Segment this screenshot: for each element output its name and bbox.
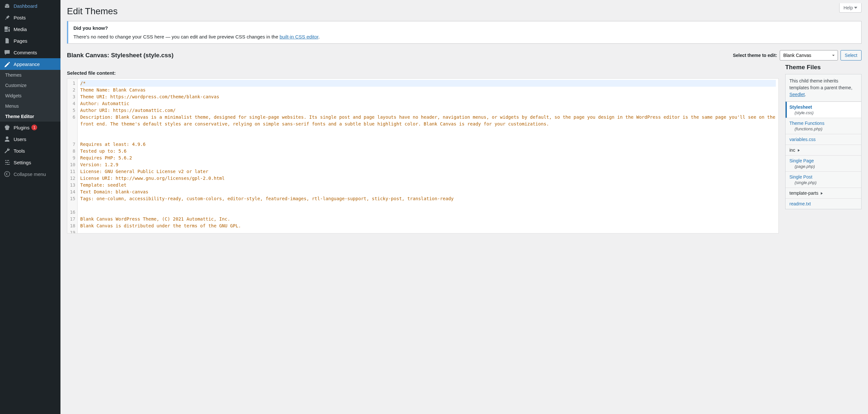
sidebar-label-plugins: Plugins xyxy=(13,125,29,130)
collapse-label: Collapse menu xyxy=(13,171,46,177)
sidebar-label-settings: Settings xyxy=(13,160,31,165)
submenu-menus[interactable]: Menus xyxy=(0,101,60,111)
svg-point-0 xyxy=(4,171,10,177)
sidebar-item-tools[interactable]: Tools xyxy=(0,145,60,156)
comments-icon xyxy=(4,49,10,56)
appearance-submenu: Themes Customize Widgets Menus Theme Edi… xyxy=(0,70,60,122)
sidebar-item-media[interactable]: Media xyxy=(0,23,60,35)
tools-icon xyxy=(4,147,10,154)
theme-select-label: Select theme to edit: xyxy=(733,53,777,58)
info-notice: Did you know? There's no need to change … xyxy=(67,21,862,44)
file-entry[interactable]: Theme Functions(functions.php) xyxy=(785,118,861,134)
help-tab[interactable]: Help xyxy=(839,3,862,12)
sidebar-label-users: Users xyxy=(13,137,26,142)
collapse-menu[interactable]: Collapse menu xyxy=(0,168,60,180)
submenu-widgets[interactable]: Widgets xyxy=(0,91,60,101)
file-entry[interactable]: template-parts xyxy=(785,187,861,198)
content-label: Selected file content: xyxy=(67,70,779,76)
users-icon xyxy=(4,136,10,142)
dashboard-icon xyxy=(4,3,10,9)
code-lines[interactable]: /*Theme Name: Blank CanvasTheme URI: htt… xyxy=(78,79,778,233)
sidebar-item-plugins[interactable]: Plugins 1 xyxy=(0,122,60,133)
parent-theme-link[interactable]: Seedlet xyxy=(789,92,805,97)
sidebar-label-posts: Posts xyxy=(13,15,26,20)
inherit-before: This child theme inherits templates from… xyxy=(789,78,852,90)
sidebar-item-comments[interactable]: Comments xyxy=(0,47,60,58)
appearance-icon xyxy=(4,61,10,67)
sidebar-label-tools: Tools xyxy=(13,148,25,154)
sidebar-item-settings[interactable]: Settings xyxy=(0,156,60,168)
main-content: Help Edit Themes Did you know? There's n… xyxy=(60,0,868,414)
file-list: Stylesheet(style.css)Theme Functions(fun… xyxy=(785,101,861,209)
settings-icon xyxy=(4,159,10,166)
inherit-after: . xyxy=(805,92,806,97)
submenu-theme-editor[interactable]: Theme Editor xyxy=(0,111,60,122)
sidebar-item-users[interactable]: Users xyxy=(0,133,60,145)
caret-right-icon xyxy=(798,149,800,152)
sidebar-label-media: Media xyxy=(13,27,27,32)
sidebar-label-appearance: Appearance xyxy=(13,61,40,67)
sidebar-label-dashboard: Dashboard xyxy=(13,3,37,9)
file-entry[interactable]: variables.css xyxy=(785,134,861,145)
help-label: Help xyxy=(843,5,853,10)
theme-files-title: Theme Files xyxy=(785,64,862,71)
pages-icon xyxy=(4,37,10,44)
file-entry[interactable]: inc xyxy=(785,145,861,155)
file-entry[interactable]: readme.txt xyxy=(785,198,861,209)
sidebar-item-appearance[interactable]: Appearance xyxy=(0,58,60,70)
css-editor-link[interactable]: built-in CSS editor xyxy=(279,34,318,39)
select-button[interactable]: Select xyxy=(840,50,862,60)
notice-title: Did you know? xyxy=(73,25,108,31)
theme-select[interactable]: Blank Canvas xyxy=(780,50,838,60)
line-gutter: 12345678910111213141516171819 xyxy=(67,79,78,233)
submenu-themes[interactable]: Themes xyxy=(0,70,60,80)
media-icon xyxy=(4,26,10,32)
pin-icon xyxy=(4,14,10,21)
file-heading: Blank Canvas: Stylesheet (style.css) xyxy=(67,52,174,59)
file-entry[interactable]: Stylesheet(style.css) xyxy=(785,101,861,118)
code-editor[interactable]: 12345678910111213141516171819 /*Theme Na… xyxy=(67,78,779,234)
caret-down-icon xyxy=(854,7,857,9)
sidebar-label-comments: Comments xyxy=(13,50,37,55)
caret-right-icon xyxy=(821,192,823,195)
plugins-icon xyxy=(4,124,10,131)
collapse-icon xyxy=(4,171,10,177)
submenu-customize[interactable]: Customize xyxy=(0,80,60,91)
sidebar-item-pages[interactable]: Pages xyxy=(0,35,60,47)
inherit-note: This child theme inherits templates from… xyxy=(785,75,861,101)
notice-text-before: There's no need to change your CSS here … xyxy=(73,34,279,39)
plugins-badge: 1 xyxy=(31,124,37,130)
file-entry[interactable]: Single Page(page.php) xyxy=(785,155,861,171)
admin-sidebar: Dashboard Posts Media Pages Comments App… xyxy=(0,0,60,414)
sidebar-item-dashboard[interactable]: Dashboard xyxy=(0,0,60,12)
sidebar-label-pages: Pages xyxy=(13,38,28,44)
page-title: Edit Themes xyxy=(67,3,862,18)
file-entry[interactable]: Single Post(single.php) xyxy=(785,171,861,187)
notice-text: There's no need to change your CSS here … xyxy=(73,34,856,39)
notice-text-after: . xyxy=(318,34,319,39)
theme-files-panel: This child theme inherits templates from… xyxy=(785,74,862,209)
sidebar-item-posts[interactable]: Posts xyxy=(0,12,60,23)
